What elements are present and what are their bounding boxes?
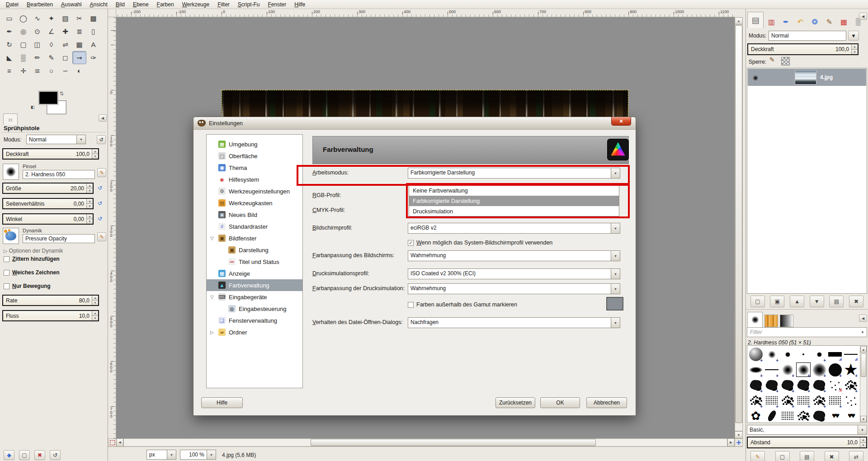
vertical-scrollbar[interactable]: ▲ ▼ bbox=[735, 17, 743, 438]
brush-scatter[interactable] bbox=[811, 393, 827, 408]
menu-bearbeiten[interactable]: Bearbeiten bbox=[23, 0, 57, 9]
dynamics-options-expander[interactable]: ▷ Optionen der Dynamik bbox=[4, 248, 63, 254]
tool-paths[interactable]: ✒ bbox=[2, 25, 16, 38]
brush-chalk[interactable] bbox=[811, 408, 827, 423]
working-mode-dropdown-list[interactable]: Keine FarbverwaltungFarbkorrigierte Dars… bbox=[409, 185, 619, 216]
tool-rotate[interactable]: ↻ bbox=[2, 38, 16, 51]
brush-collection-select[interactable]: Basic, ▼ bbox=[747, 425, 867, 435]
lock-paint-icon[interactable]: ✎ bbox=[769, 56, 775, 63]
dynamics-name-field[interactable]: Pressure Opacity bbox=[23, 234, 95, 243]
duplicate-layer-button[interactable]: ▤ bbox=[829, 296, 844, 307]
tool-cage-transform[interactable]: ▦ bbox=[72, 38, 86, 51]
chevron-down-icon[interactable]: ▼ bbox=[167, 450, 176, 459]
new-layer-button[interactable]: ▢ bbox=[750, 296, 765, 307]
chevron-down-icon[interactable]: ▼ bbox=[611, 251, 620, 261]
triangle-down-icon[interactable]: ▽ bbox=[210, 236, 214, 241]
prefs-tree-item-neues-bild[interactable]: ▣Neues Bild bbox=[207, 209, 302, 221]
tool-eraser[interactable]: ◻ bbox=[58, 51, 72, 64]
layer-opacity-slider[interactable]: Deckkraft 100,0 ▲▼ bbox=[747, 43, 859, 55]
lock-alpha-icon[interactable] bbox=[781, 57, 790, 66]
chevron-down-icon[interactable]: ▼ bbox=[611, 223, 620, 233]
brush-preview-icon[interactable] bbox=[3, 164, 19, 180]
rate-slider[interactable]: Rate 80,0 ▲▼ bbox=[2, 295, 99, 306]
refresh-brushes-button[interactable]: ⇄ bbox=[849, 451, 863, 461]
prefs-tree-item-standardraster[interactable]: #Standardraster bbox=[207, 221, 302, 232]
scroll-up-icon[interactable]: ▲ bbox=[860, 346, 867, 353]
menu-bild[interactable]: Bild bbox=[112, 0, 129, 9]
scroll-down-icon[interactable]: ▼ bbox=[860, 416, 867, 422]
brush-filter-input[interactable]: Filter ▼ bbox=[747, 327, 867, 337]
tool-fuzzy-select[interactable]: ✦ bbox=[44, 12, 58, 25]
tab-gradients-dialog[interactable] bbox=[780, 315, 793, 327]
brush-texture[interactable] bbox=[780, 408, 795, 423]
tab-channels[interactable]: ▥ bbox=[765, 15, 778, 28]
prefs-tree-item-hilfesystem[interactable]: ◉Hilfesystem bbox=[207, 174, 302, 185]
brush-spacing-slider[interactable]: Abstand 10,0 ▲▼ bbox=[747, 437, 867, 448]
horizontal-ruler[interactable]: -200-10001002003004005006007008009001000… bbox=[116, 9, 735, 17]
menu-ebene[interactable]: Ebene bbox=[129, 0, 153, 9]
prefs-tree-item-fensterverwaltung[interactable]: ❏Fensterverwaltung bbox=[207, 315, 302, 326]
brush-tinydot[interactable] bbox=[796, 347, 811, 362]
foreground-color-swatch[interactable] bbox=[39, 91, 58, 104]
flow-slider[interactable]: Fluss 10,0 ▲▼ bbox=[2, 310, 99, 321]
spinner[interactable]: ▲▼ bbox=[86, 183, 93, 193]
quickmask-toggle[interactable] bbox=[108, 438, 116, 447]
collapse-dock-icon[interactable]: ◀ bbox=[99, 114, 107, 122]
checkbox-icon[interactable] bbox=[4, 270, 9, 276]
brush-line[interactable] bbox=[843, 347, 859, 362]
reset-options-button[interactable]: ↺ bbox=[50, 450, 61, 460]
save-options-button[interactable]: ◆ bbox=[4, 450, 14, 460]
brush-scatter[interactable] bbox=[748, 393, 764, 408]
brush-bar[interactable] bbox=[827, 347, 843, 362]
raise-layer-button[interactable]: ▲ bbox=[790, 296, 804, 307]
spinner[interactable]: ▲▼ bbox=[851, 44, 858, 54]
file-open-behaviour-select[interactable]: Nachfragen ▼ bbox=[408, 317, 620, 328]
prefs-tree-item-farbverwaltung[interactable]: ▲Farbverwaltung bbox=[207, 279, 302, 291]
scroll-right-icon[interactable]: ▶ bbox=[727, 438, 735, 447]
tool-paintbrush[interactable]: ✎ bbox=[44, 51, 58, 64]
scroll-left-icon[interactable]: ◀ bbox=[116, 438, 123, 447]
new-group-button[interactable]: ▣ bbox=[770, 296, 784, 307]
tab-brushes-dialog[interactable] bbox=[747, 312, 763, 327]
brush-heart[interactable]: ♥♥ bbox=[827, 408, 843, 423]
checkbox-icon[interactable] bbox=[4, 283, 9, 289]
chevron-down-icon[interactable]: ▼ bbox=[848, 31, 859, 41]
prefs-tree-item-eingabesteuerung[interactable]: ◍Eingabesteuerung bbox=[207, 303, 302, 315]
checkbox-gamut-warning[interactable]: Farben außerhalb des Gamut markieren bbox=[408, 301, 517, 308]
chevron-down-icon[interactable]: ▼ bbox=[858, 425, 867, 434]
tool-pencil[interactable]: ✏ bbox=[30, 51, 44, 64]
menu-scriptfu[interactable]: Script-Fu bbox=[234, 0, 264, 9]
paint-mode-select[interactable]: Normal ▼ bbox=[26, 135, 86, 144]
tool-options-tab[interactable]: ⚏ bbox=[3, 113, 18, 125]
chevron-down-icon[interactable]: ▼ bbox=[611, 318, 620, 328]
chevron-down-icon[interactable]: ▼ bbox=[859, 330, 867, 334]
brush-sphere[interactable] bbox=[748, 347, 764, 362]
chevron-down-icon[interactable]: ▼ bbox=[611, 269, 620, 279]
prefs-tree-item-ordner[interactable]: ▷▰Ordner bbox=[207, 326, 302, 338]
tool-scale[interactable]: ▢ bbox=[16, 38, 30, 51]
tab-brushes[interactable]: ✎ bbox=[823, 15, 836, 28]
delete-options-button[interactable]: ✖ bbox=[34, 450, 45, 460]
tab-paths[interactable]: ✒ bbox=[779, 15, 793, 28]
layer-list[interactable]: ◉ 4.jpg bbox=[747, 68, 867, 294]
visibility-eye-icon[interactable]: ◉ bbox=[748, 74, 763, 81]
menu-farben[interactable]: Farben bbox=[153, 0, 178, 9]
chevron-down-icon[interactable]: ▼ bbox=[76, 135, 85, 144]
prefs-tree-item-anzeige[interactable]: ▦Anzeige bbox=[207, 268, 302, 279]
scroll-thumb[interactable] bbox=[861, 353, 866, 377]
gamut-warning-color-swatch[interactable] bbox=[606, 297, 623, 310]
softproof-profile-select[interactable]: ISO Coated v2 300% (ECI) ▼ bbox=[408, 268, 620, 279]
tab-undo-history[interactable]: ↶ bbox=[794, 15, 807, 28]
tool-text[interactable]: A bbox=[86, 38, 100, 51]
tool-blend[interactable]: ▒ bbox=[16, 51, 30, 64]
brush-pepper[interactable] bbox=[764, 408, 779, 423]
checkbox-icon[interactable] bbox=[4, 256, 9, 262]
tool-blur-sharpen[interactable]: ○ bbox=[44, 64, 58, 77]
brush-circle[interactable] bbox=[827, 362, 843, 377]
brush-line[interactable] bbox=[764, 362, 779, 377]
reset-mode-button[interactable]: ↺ bbox=[97, 135, 106, 144]
brush-chalk[interactable] bbox=[811, 377, 827, 393]
spinner[interactable]: ▲▼ bbox=[860, 437, 866, 447]
tool-perspective[interactable]: ◊ bbox=[44, 38, 58, 51]
tool-ellipse-select[interactable]: ◯ bbox=[16, 12, 30, 25]
